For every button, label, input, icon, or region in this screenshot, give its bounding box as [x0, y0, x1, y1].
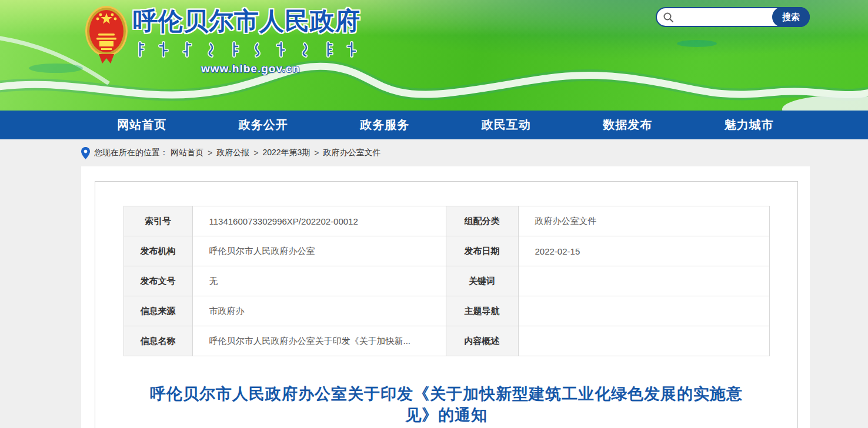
mongolian-script [135, 41, 366, 59]
meta-value: 呼伦贝尔市人民政府办公室关于印发《关于加快新... [192, 326, 446, 356]
location-pin-icon [81, 147, 90, 159]
nav-item-interaction[interactable]: 政民互动 [482, 117, 531, 133]
meta-value: 政府办公室文件 [518, 206, 769, 236]
breadcrumb-link-home[interactable]: 网站首页 [171, 148, 203, 158]
meta-value [518, 266, 769, 296]
document-card: 索引号 1134160073302996XP/202202-00012 组配分类… [95, 181, 798, 428]
main-nav: 网站首页 政务公开 政务服务 政民互动 数据发布 魅力城市 [0, 111, 868, 139]
nav-item-city[interactable]: 魅力城市 [725, 117, 774, 133]
table-row: 信息名称 呼伦贝尔市人民政府办公室关于印发《关于加快新... 内容概述 [123, 326, 769, 356]
table-row: 发布文号 无 关键词 [123, 266, 769, 296]
meta-value: 1134160073302996XP/202202-00012 [192, 206, 446, 236]
meta-label: 索引号 [123, 206, 192, 236]
site-title: 呼伦贝尔市人民政府 [133, 5, 368, 38]
meta-label: 发布机构 [123, 236, 192, 266]
nav-item-data[interactable]: 数据发布 [603, 117, 652, 133]
meta-value: 呼伦贝尔市人民政府办公室 [192, 236, 446, 266]
article-title: 呼伦贝尔市人民政府办公室关于印发《关于加快新型建筑工业化绿色发展的实施意见》的通… [146, 383, 746, 426]
document-meta-table: 索引号 1134160073302996XP/202202-00012 组配分类… [123, 206, 770, 356]
breadcrumb-prefix: 您现在所在的位置： [94, 148, 168, 158]
breadcrumb-bar: 您现在所在的位置： 网站首页 > 政府公报 > 2022年第3期 > 政府办公室… [0, 139, 868, 166]
search-box: 搜索 [656, 7, 810, 27]
meta-label: 主题导航 [446, 296, 518, 326]
breadcrumb-separator: > [253, 148, 258, 158]
meta-value: 市政府办 [192, 296, 446, 326]
search-button[interactable]: 搜索 [772, 7, 810, 27]
table-row: 发布机构 呼伦贝尔市人民政府办公室 发布日期 2022-02-15 [123, 236, 769, 266]
meta-label: 组配分类 [446, 206, 518, 236]
meta-label: 信息来源 [123, 296, 192, 326]
national-emblem [84, 5, 129, 65]
meta-label: 内容概述 [446, 326, 518, 356]
content-panel: 索引号 1134160073302996XP/202202-00012 组配分类… [81, 166, 810, 428]
meta-value [518, 326, 769, 356]
breadcrumb-link-issue[interactable]: 2022年第3期 [262, 148, 310, 158]
breadcrumb-link-docs[interactable]: 政府办公室文件 [323, 148, 381, 158]
breadcrumb: 您现在所在的位置： 网站首页 > 政府公报 > 2022年第3期 > 政府办公室… [81, 139, 868, 166]
breadcrumb-separator: > [314, 148, 319, 158]
table-row: 信息来源 市政府办 主题导航 [123, 296, 769, 326]
meta-value: 无 [192, 266, 446, 296]
table-row: 索引号 1134160073302996XP/202202-00012 组配分类… [123, 206, 769, 236]
nav-item-home[interactable]: 网站首页 [117, 117, 166, 133]
meta-value [518, 296, 769, 326]
meta-label: 发布文号 [123, 266, 192, 296]
breadcrumb-link-gazette[interactable]: 政府公报 [216, 148, 249, 158]
site-url: www.hlbe.gov.cn [133, 62, 368, 75]
breadcrumb-separator: > [208, 148, 212, 158]
header-banner: 呼伦贝尔市人民政府 www.hlbe.gov.cn 搜索 [0, 0, 868, 111]
meta-label: 发布日期 [446, 236, 518, 266]
meta-value: 2022-02-15 [518, 236, 769, 266]
site-brand: 呼伦贝尔市人民政府 www.hlbe.gov.cn [133, 5, 368, 75]
nav-item-gov-info[interactable]: 政务公开 [239, 117, 288, 133]
search-icon [663, 12, 674, 23]
meta-label: 信息名称 [123, 326, 192, 356]
nav-item-gov-service[interactable]: 政务服务 [360, 117, 409, 133]
meta-label: 关键词 [446, 266, 518, 296]
